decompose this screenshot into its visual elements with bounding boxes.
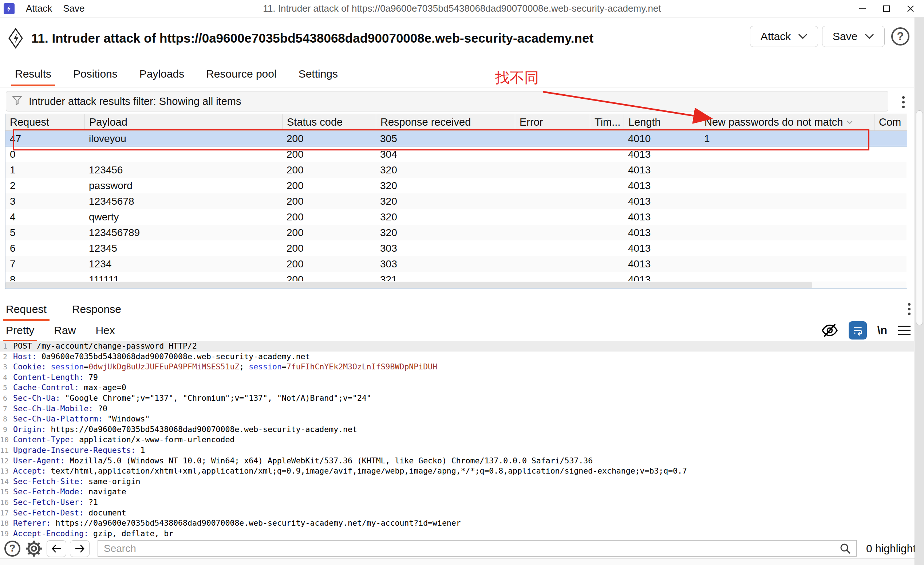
tab-settings[interactable]: Settings [298,62,339,86]
attack-button[interactable]: Attack [750,26,818,47]
editor-line[interactable]: 2Host: 0a9600e7035bd5438068dad90070008e.… [0,352,914,362]
maximize-button[interactable] [874,0,898,18]
tab-hex[interactable]: Hex [94,320,116,341]
table-row[interactable]: 3123456782003204013 [6,194,907,209]
table-cell: 4013 [624,256,700,272]
editor-line[interactable]: 6Sec-Ch-Ua: "Google Chrome";v="137", "Ch… [0,393,914,404]
search-help-icon[interactable]: ? [4,541,20,557]
table-cell [590,240,624,256]
previous-match-button[interactable] [46,540,66,557]
header-status-code[interactable]: Status code [282,114,376,131]
table-row[interactable]: 712342003034013 [6,256,907,272]
message-menu-icon[interactable] [904,303,915,315]
table-row[interactable]: 4qwerty2003204013 [6,209,907,225]
table-cell: 304 [376,146,515,162]
table-cell: 320 [376,225,515,240]
save-button[interactable]: Save [822,26,885,47]
editor-line[interactable]: 7Sec-Ch-Ua-Mobile: ?0 [0,404,914,414]
header-response-received[interactable]: Response received [376,114,515,131]
table-cell: 12345678 [84,194,282,209]
line-text: Cache-Control: max-age=0 [13,383,126,393]
request-editor[interactable]: 1POST /my-account/change-password HTTP/2… [0,341,914,539]
table-row[interactable]: 11234562003204013 [6,162,907,178]
table-row[interactable]: 02003044013 [6,146,907,162]
line-number: 7 [0,404,13,414]
table-row[interactable]: 6123452003034013 [6,240,907,256]
editor-line[interactable]: 13Accept: text/html,application/xhtml+xm… [0,466,914,476]
close-button[interactable] [898,0,922,18]
tab-response[interactable]: Response [71,299,122,320]
editor-line[interactable]: 19Accept-Encoding: gzip, deflate, br [0,529,914,539]
line-number: 13 [0,466,13,476]
line-number: 12 [0,456,13,466]
tab-raw[interactable]: Raw [53,320,76,341]
editor-line[interactable]: 1POST /my-account/change-password HTTP/2 [0,341,914,352]
header-comment[interactable]: Com [874,114,907,131]
tab-resource-pool[interactable]: Resource pool [206,62,277,86]
tab-positions[interactable]: Positions [72,62,118,86]
word-wrap-icon[interactable] [849,321,867,340]
filter-menu-icon[interactable] [898,96,909,108]
line-text: Content-Type: application/x-www-form-url… [13,434,234,445]
header-payload[interactable]: Payload [84,114,282,131]
search-settings-gear-icon[interactable] [25,539,43,558]
header-new-passwords[interactable]: New passwords do not match [700,114,874,131]
menu-attack[interactable]: Attack [20,3,57,14]
table-cell: 200 [282,240,376,256]
editor-line[interactable]: 3Cookie: session=0dwjUkDgBuUzJUFEuPA9PFM… [0,362,914,372]
table-cell [874,194,907,209]
header-length[interactable]: Length [624,114,700,131]
editor-line[interactable]: 12User-Agent: Mozilla/5.0 (Windows NT 10… [0,456,914,466]
line-number: 19 [0,529,13,539]
vertical-scrollbar[interactable] [915,18,924,565]
table-row[interactable]: 81111112003214013 [6,272,907,281]
horizontal-scrollbar[interactable] [6,281,907,289]
editor-line[interactable]: 8Sec-Ch-Ua-Platform: "Windows" [0,414,914,424]
attack-header: 11. Intruder attack of https://0a9600e70… [0,18,914,59]
results-table: Request Payload Status code Response rec… [5,114,907,289]
table-cell [700,146,874,162]
editor-line[interactable]: 17Sec-Fetch-Dest: document [0,508,914,518]
editor-line[interactable]: 15Sec-Fetch-Mode: navigate [0,487,914,497]
show-newlines-icon[interactable]: \n [877,324,887,337]
table-cell: 320 [376,209,515,225]
results-filter-bar[interactable]: Intruder attack results filter: Showing … [6,91,888,111]
editor-line[interactable]: 11Upgrade-Insecure-Requests: 1 [0,445,914,456]
menu-save[interactable]: Save [57,3,90,14]
editor-line[interactable]: 14Sec-Fetch-Site: same-origin [0,476,914,487]
editor-line[interactable]: 18Referer: https://0a9600e7035bd5438068d… [0,518,914,529]
table-cell [874,162,907,178]
tab-request[interactable]: Request [5,299,47,320]
tab-payloads[interactable]: Payloads [139,62,185,86]
table-cell: 111111 [84,272,282,281]
chevron-down-icon [798,33,807,39]
editor-menu-icon[interactable] [897,325,911,336]
search-input[interactable] [98,540,856,557]
hide-nonprinting-icon[interactable] [821,323,838,338]
header-time[interactable]: Tim... [590,114,624,131]
line-number: 10 [0,434,13,445]
editor-line[interactable]: 10Content-Type: application/x-www-form-u… [0,434,914,445]
header-request[interactable]: Request [6,114,84,131]
next-match-button[interactable] [70,540,90,557]
table-cell [700,194,874,209]
search-bar: ? 0 highlights [0,539,924,558]
vertical-scrollbar-thumb[interactable] [916,110,923,325]
header-error[interactable]: Error [515,114,590,131]
editor-line[interactable]: 16Sec-Fetch-User: ?1 [0,497,914,508]
table-cell [515,225,590,240]
sort-chevron-icon [846,120,853,124]
help-icon[interactable]: ? [891,27,909,45]
window-controls [850,0,922,18]
horizontal-scrollbar-thumb[interactable] [6,282,812,288]
editor-line[interactable]: 4Content-Length: 79 [0,372,914,383]
table-row[interactable]: 2password2003204013 [6,178,907,194]
tab-pretty[interactable]: Pretty [5,320,35,341]
table-cell: 321 [376,272,515,281]
editor-line[interactable]: 5Cache-Control: max-age=0 [0,383,914,393]
tab-results[interactable]: Results [14,62,52,86]
table-row[interactable]: 51234567892003204013 [6,225,907,240]
table-row[interactable]: 47iloveyou20030540101 [6,131,907,146]
minimize-button[interactable] [850,0,874,18]
editor-line[interactable]: 9Origin: https://0a9600e7035bd5438068dad… [0,424,914,435]
